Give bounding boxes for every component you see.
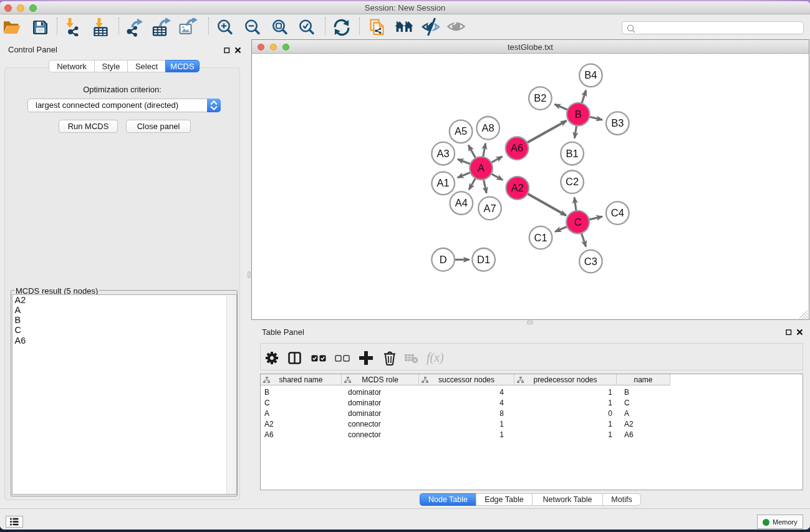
- svg-text:A6: A6: [511, 142, 523, 153]
- svg-text:A3: A3: [437, 148, 450, 159]
- svg-text:A2: A2: [511, 182, 524, 193]
- svg-text:B1: B1: [566, 148, 579, 159]
- svg-text:A1: A1: [437, 177, 450, 188]
- svg-text:A: A: [478, 162, 485, 173]
- svg-text:C4: C4: [611, 207, 624, 218]
- svg-text:D: D: [440, 254, 447, 265]
- svg-text:B2: B2: [534, 92, 546, 104]
- svg-text:C2: C2: [566, 176, 579, 187]
- svg-text:B4: B4: [584, 69, 597, 80]
- svg-text:A5: A5: [455, 125, 467, 137]
- svg-text:D1: D1: [477, 254, 490, 265]
- svg-text:A4: A4: [455, 197, 468, 208]
- svg-text:B3: B3: [611, 117, 624, 128]
- svg-text:B: B: [575, 109, 582, 120]
- svg-text:A7: A7: [483, 203, 496, 214]
- svg-text:C1: C1: [534, 232, 547, 243]
- svg-text:C: C: [574, 216, 582, 228]
- svg-text:A8: A8: [482, 122, 494, 133]
- svg-text:C3: C3: [584, 256, 597, 267]
